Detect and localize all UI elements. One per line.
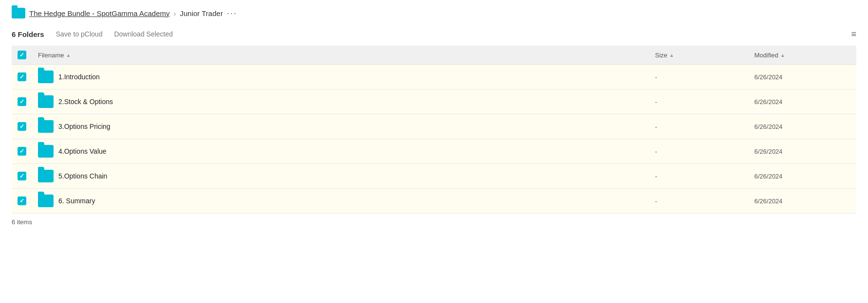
- save-to-pcloud-button[interactable]: Save to pCloud: [56, 28, 103, 40]
- row-filename-cell: 5.Options Chain: [32, 164, 649, 189]
- table-row: ✓ 1.Introduction - 6/26/2024: [12, 65, 856, 89]
- breadcrumb-parent-link[interactable]: The Hedge Bundle - SpotGamma Academy: [29, 9, 170, 18]
- filename-text: 2.Stock & Options: [58, 98, 113, 106]
- table-body: ✓ 1.Introduction - 6/26/2024 ✓ 2.St: [12, 65, 856, 214]
- row-checkbox-cell[interactable]: ✓: [12, 139, 32, 164]
- row-modified-cell: 6/26/2024: [749, 65, 857, 89]
- row-checkbox-6[interactable]: ✓: [18, 196, 26, 205]
- filename-text: 6. Summary: [58, 197, 95, 205]
- select-all-checkbox[interactable]: ✓: [18, 51, 26, 59]
- row-checkbox-2[interactable]: ✓: [18, 97, 26, 106]
- breadcrumb: The Hedge Bundle - SpotGamma Academy › J…: [12, 8, 856, 18]
- folder-icon: [38, 95, 54, 108]
- row-modified-cell: 6/26/2024: [749, 189, 857, 214]
- folder-icon: [38, 170, 54, 182]
- toolbar-left: 6 Folders Save to pCloud Download Select…: [12, 28, 173, 40]
- row-filename-cell: 4.Options Value: [32, 139, 649, 164]
- table-header-row: ✓ Filename ▲ Size ▲ Modified ▲: [12, 46, 856, 65]
- check-icon: ✓: [19, 74, 24, 80]
- th-filename[interactable]: Filename ▲: [32, 46, 649, 65]
- check-mark-icon: ✓: [19, 52, 24, 58]
- table-row: ✓ 6. Summary - 6/26/2024: [12, 189, 856, 214]
- row-checkbox-4[interactable]: ✓: [18, 147, 26, 156]
- th-size[interactable]: Size ▲: [649, 46, 749, 65]
- check-icon: ✓: [19, 173, 24, 179]
- row-checkbox-cell[interactable]: ✓: [12, 65, 32, 89]
- size-sort-icon: ▲: [669, 53, 674, 58]
- filename-text: 1.Introduction: [58, 73, 100, 81]
- check-icon: ✓: [19, 124, 24, 129]
- download-selected-button[interactable]: Download Selected: [114, 28, 173, 40]
- table-row: ✓ 4.Options Value - 6/26/2024: [12, 139, 856, 164]
- row-modified-cell: 6/26/2024: [749, 139, 857, 164]
- folder-icon: [38, 71, 54, 83]
- row-checkbox-5[interactable]: ✓: [18, 172, 26, 180]
- check-icon: ✓: [19, 99, 24, 105]
- row-filename-cell: 2.Stock & Options: [32, 89, 649, 114]
- check-icon: ✓: [19, 148, 24, 154]
- breadcrumb-folder-icon: [12, 8, 25, 18]
- row-size-cell: -: [649, 164, 749, 189]
- row-checkbox-cell[interactable]: ✓: [12, 89, 32, 114]
- th-modified[interactable]: Modified ▲: [749, 46, 857, 65]
- check-icon: ✓: [19, 198, 24, 204]
- row-checkbox-1[interactable]: ✓: [18, 72, 26, 81]
- row-filename-cell: 1.Introduction: [32, 65, 649, 89]
- row-filename-cell: 3.Options Pricing: [32, 114, 649, 139]
- breadcrumb-more-button[interactable]: ···: [227, 8, 237, 18]
- filename-text: 3.Options Pricing: [58, 123, 111, 130]
- table-row: ✓ 5.Options Chain - 6/26/2024: [12, 164, 856, 189]
- modified-sort-icon: ▲: [780, 53, 785, 58]
- toolbar: 6 Folders Save to pCloud Download Select…: [12, 28, 856, 40]
- table-row: ✓ 3.Options Pricing - 6/26/2024: [12, 114, 856, 139]
- row-size-cell: -: [649, 189, 749, 214]
- filename-text: 4.Options Value: [58, 147, 107, 155]
- row-modified-cell: 6/26/2024: [749, 114, 857, 139]
- breadcrumb-separator: ›: [174, 9, 176, 18]
- folder-icon: [38, 195, 54, 207]
- folder-icon: [38, 120, 54, 133]
- row-size-cell: -: [649, 114, 749, 139]
- filename-sort-icon: ▲: [66, 53, 71, 58]
- row-checkbox-cell[interactable]: ✓: [12, 114, 32, 139]
- folder-icon: [38, 145, 54, 158]
- table-row: ✓ 2.Stock & Options - 6/26/2024: [12, 89, 856, 114]
- row-modified-cell: 6/26/2024: [749, 164, 857, 189]
- row-size-cell: -: [649, 139, 749, 164]
- items-count-label: 6 items: [12, 218, 32, 226]
- header-checkbox-cell[interactable]: ✓: [12, 46, 32, 65]
- breadcrumb-current: Junior Trader: [180, 9, 223, 18]
- filename-text: 5.Options Chain: [58, 172, 107, 180]
- file-table: ✓ Filename ▲ Size ▲ Modified ▲: [12, 46, 856, 214]
- footer: 6 items: [12, 218, 856, 226]
- row-checkbox-cell[interactable]: ✓: [12, 164, 32, 189]
- row-size-cell: -: [649, 65, 749, 89]
- filter-icon[interactable]: ≡: [851, 29, 856, 39]
- row-size-cell: -: [649, 89, 749, 114]
- row-checkbox-cell[interactable]: ✓: [12, 189, 32, 214]
- row-modified-cell: 6/26/2024: [749, 89, 857, 114]
- row-checkbox-3[interactable]: ✓: [18, 122, 26, 131]
- row-filename-cell: 6. Summary: [32, 189, 649, 214]
- folder-count-label: 6 Folders: [12, 30, 44, 38]
